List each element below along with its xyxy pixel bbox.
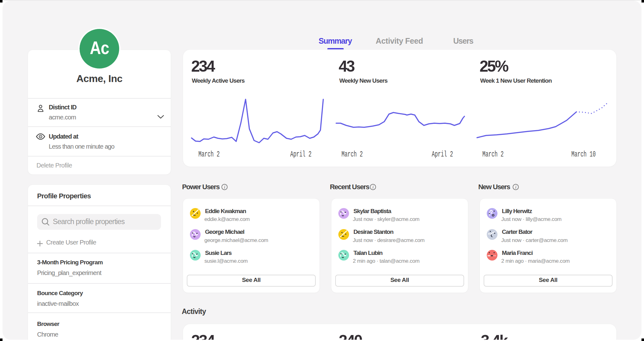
svg-text:i: i	[224, 184, 225, 190]
svg-text:i: i	[515, 184, 516, 190]
svg-text:i: i	[372, 184, 374, 190]
